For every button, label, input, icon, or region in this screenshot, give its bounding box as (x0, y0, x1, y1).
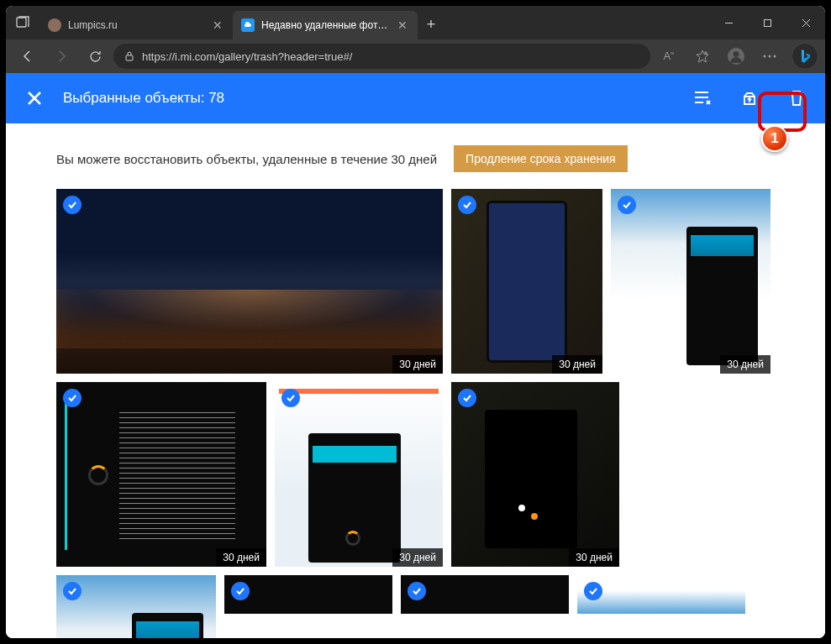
thumbnail (56, 575, 216, 638)
svg-point-6 (769, 55, 771, 58)
checkmark-icon[interactable] (281, 389, 300, 407)
checkmark-icon[interactable] (458, 196, 476, 214)
titlebar: Lumpics.ru ✕ Недавно удаленные фото и ви… (6, 6, 825, 39)
svg-point-7 (774, 55, 776, 58)
gallery: 30 дней 30 дней 30 дней 30 дней (6, 189, 825, 638)
svg-point-4 (734, 51, 739, 57)
checkmark-icon[interactable] (63, 389, 82, 407)
checkmark-icon[interactable] (618, 196, 636, 214)
svg-point-5 (764, 55, 766, 58)
new-tab-button[interactable]: + (418, 11, 444, 38)
photo-item[interactable] (224, 575, 392, 614)
menu-button[interactable] (755, 41, 785, 71)
tab-title: Недавно удаленные фото и вид (261, 19, 389, 31)
photo-item[interactable]: 30 дней (56, 575, 216, 638)
forward-button (46, 41, 76, 71)
selection-count: Выбранные объекты: 78 (63, 90, 224, 107)
refresh-button[interactable] (80, 41, 110, 71)
thumbnail (451, 189, 602, 374)
days-badge: 30 дней (392, 355, 443, 374)
photo-item[interactable]: 30 дней (611, 189, 771, 374)
browser-window: Lumpics.ru ✕ Недавно удаленные фото и ви… (6, 6, 825, 638)
profile-button[interactable] (721, 41, 751, 71)
back-button[interactable] (13, 41, 43, 71)
favicon-icon (241, 18, 255, 32)
checkmark-icon[interactable] (458, 389, 476, 407)
checkmark-icon[interactable] (231, 582, 250, 600)
photo-item[interactable]: 30 дней (56, 189, 443, 374)
favorites-button[interactable] (687, 41, 718, 71)
photo-item[interactable]: 30 дней (56, 382, 266, 567)
thumbnail (56, 382, 266, 567)
close-tab-icon[interactable]: ✕ (396, 18, 409, 32)
page: Выбранные объекты: 78 Вы можете восстано… (6, 73, 825, 638)
svg-rect-2 (126, 55, 133, 60)
url-input[interactable]: https://i.mi.com/gallery/trash?header=tr… (113, 44, 650, 69)
days-badge: 30 дней (720, 355, 771, 374)
reader-mode-button[interactable]: A» (654, 41, 684, 71)
close-selection-button[interactable] (23, 86, 46, 110)
thumbnail (451, 382, 619, 567)
selection-bar: Выбранные объекты: 78 (6, 73, 825, 123)
address-bar: https://i.mi.com/gallery/trash?header=tr… (6, 39, 825, 73)
photo-item[interactable]: 30 дней (275, 382, 443, 567)
tab-actions-button[interactable] (6, 6, 39, 39)
deselect-all-button[interactable] (691, 86, 714, 110)
window-controls (709, 6, 825, 39)
thumbnail (611, 189, 771, 374)
thumbnail (224, 575, 392, 614)
info-text: Вы можете восстановить объекты, удаленны… (56, 152, 437, 166)
svg-rect-1 (764, 19, 771, 26)
days-badge: 30 дней (216, 548, 266, 567)
favicon-icon (48, 18, 61, 32)
tab-lumpics[interactable]: Lumpics.ru ✕ (39, 11, 233, 39)
content-area: Выбранные объекты: 78 Вы можете восстано… (6, 73, 825, 638)
checkmark-icon[interactable] (408, 582, 426, 600)
maximize-button[interactable] (748, 6, 786, 39)
checkmark-icon[interactable] (63, 196, 82, 214)
photo-item[interactable]: 30 дней (451, 189, 602, 374)
annotation-callout: 1 (761, 125, 788, 152)
tab-mi-gallery[interactable]: Недавно удаленные фото и вид ✕ (233, 11, 418, 39)
url-text: https://i.mi.com/gallery/trash?header=tr… (142, 50, 352, 63)
checkmark-icon[interactable] (63, 582, 82, 600)
checkmark-icon[interactable] (584, 582, 602, 600)
days-badge: 30 дней (392, 548, 443, 567)
thumbnail (401, 575, 569, 614)
photo-item[interactable] (401, 575, 569, 614)
extend-storage-button[interactable]: Продление срока хранения (454, 145, 628, 172)
annotation-highlight (758, 92, 807, 132)
svg-rect-0 (17, 18, 26, 27)
bing-button[interactable] (792, 43, 818, 70)
photo-item[interactable]: 30 дней (451, 382, 619, 567)
info-row: Вы можете восстановить объекты, удаленны… (6, 123, 825, 189)
days-badge: 30 дней (569, 548, 619, 567)
minimize-button[interactable] (709, 6, 748, 39)
thumbnail (56, 189, 443, 374)
tab-title: Lumpics.ru (68, 19, 204, 31)
thumbnail (275, 382, 443, 567)
close-tab-icon[interactable]: ✕ (211, 18, 224, 32)
photo-item[interactable] (577, 575, 745, 614)
thumbnail (577, 575, 745, 614)
close-window-button[interactable] (786, 6, 825, 39)
days-badge: 30 дней (552, 355, 602, 374)
lock-icon (124, 50, 135, 62)
